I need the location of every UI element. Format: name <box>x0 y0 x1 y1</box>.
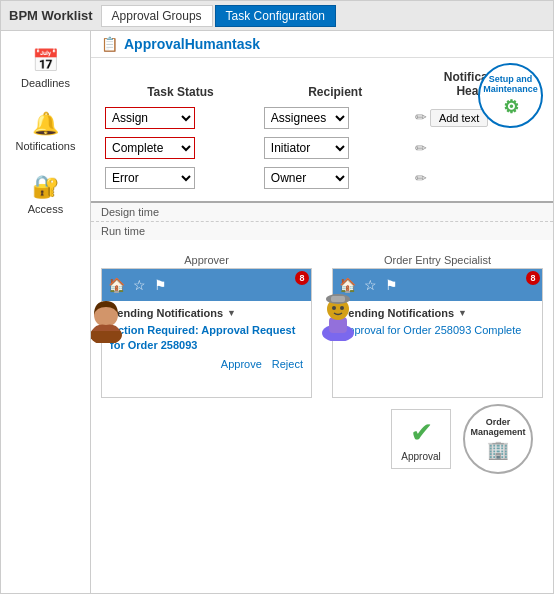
order-number-text: 258093 <box>161 339 198 351</box>
design-time-label: Design time <box>91 203 553 222</box>
deadlines-label: Deadlines <box>21 77 70 89</box>
table-row: Error Assign Complete Owner Assignees In… <box>101 163 543 193</box>
notification-badge-approver: 8 <box>295 271 309 285</box>
status-error-select[interactable]: Error Assign Complete <box>105 167 195 189</box>
approval-complete-text: Approval for Order 258093 Complete <box>341 324 521 336</box>
col-recipient: Recipient <box>260 66 411 103</box>
top-bar: BPM Worklist Approval Groups Task Config… <box>1 1 553 31</box>
notification-badge-specialist: 8 <box>526 271 540 285</box>
recipient-complete-cell: Initiator Assignees Owner <box>260 133 411 163</box>
approver-card-wrapper: Approver <box>101 254 312 398</box>
tab-approval-groups[interactable]: Approval Groups <box>101 5 213 27</box>
tab-task-configuration[interactable]: Task Configuration <box>215 5 336 27</box>
action-required-text: Action Required: Approval Request for Or… <box>110 324 295 351</box>
main-container: BPM Worklist Approval Groups Task Config… <box>0 0 554 594</box>
specialist-role-label: Order Entry Specialist <box>332 254 543 266</box>
approver-card-body: Pending Notifications ▼ Action Required:… <box>102 301 311 376</box>
table-row: Assign Complete Error Assignees Initiato… <box>101 103 543 133</box>
pending-dropdown-icon-2[interactable]: ▼ <box>458 308 467 318</box>
svg-point-5 <box>332 306 336 310</box>
setup-line2: Maintenance <box>483 84 538 94</box>
approver-card: 🏠 ☆ ⚑ 8 Pending Notifications ▼ <box>101 268 312 398</box>
add-text-button[interactable]: Add text <box>430 109 488 127</box>
task-icon: 📋 <box>101 36 118 52</box>
task-title-bar: 📋 ApprovalHumantask <box>91 31 553 58</box>
sidebar: 📅 Deadlines 🔔 Notifications 🔐 Access <box>1 31 91 593</box>
pencil-icon-error[interactable]: ✏ <box>415 170 427 186</box>
star-icon-2[interactable]: ☆ <box>364 277 377 293</box>
sidebar-item-deadlines[interactable]: 📅 Deadlines <box>6 39 86 98</box>
svg-rect-8 <box>331 296 345 302</box>
pencil-icon-complete[interactable]: ✏ <box>415 140 427 156</box>
app-title: BPM Worklist <box>9 8 93 23</box>
specialist-card: 🏠 ☆ ⚑ 8 Pending Notifications ▼ <box>332 268 543 398</box>
run-time-label: Run time <box>91 222 553 240</box>
table-row: Complete Assign Error Initiator Assignee… <box>101 133 543 163</box>
specialist-avatar <box>317 289 359 344</box>
status-complete-select[interactable]: Complete Assign Error <box>105 137 195 159</box>
pencil-icon-assign[interactable]: ✏ <box>415 109 427 125</box>
approval-label: Approval <box>401 451 440 462</box>
approver-card-header: 🏠 ☆ ⚑ 8 <box>102 269 311 301</box>
approver-avatar <box>91 293 126 346</box>
status-complete-cell: Complete Assign Error <box>101 133 260 163</box>
worklist-cards: Approver <box>101 254 543 398</box>
specialist-card-content: Approval for Order 258093 Complete <box>341 323 534 338</box>
gear-icon: ⚙ <box>503 96 519 118</box>
task-title: ApprovalHumantask <box>124 36 260 52</box>
setup-line1: Setup and <box>489 74 533 84</box>
pending-header-approver: Pending Notifications ▼ <box>110 307 303 319</box>
sidebar-item-access[interactable]: 🔐 Access <box>6 165 86 224</box>
specialist-card-body: Pending Notifications ▼ Approval for Ord… <box>333 301 542 344</box>
status-error-cell: Error Assign Complete <box>101 163 260 193</box>
approval-box[interactable]: ✔ Approval <box>391 409 451 469</box>
specialist-card-wrapper: Order Entry Specialist <box>332 254 543 398</box>
flag-icon-2[interactable]: ⚑ <box>385 277 398 293</box>
checkmark-icon: ✔ <box>410 416 433 449</box>
recipient-assign-select[interactable]: Assignees Initiator Owner <box>264 107 349 129</box>
order-mgmt-line1: Order <box>486 417 511 427</box>
svg-point-6 <box>340 306 344 310</box>
notifications-table: Task Status Recipient NotificationHeader… <box>101 66 543 193</box>
approver-card-content: Action Required: Approval Request for Or… <box>110 323 303 354</box>
reject-button[interactable]: Reject <box>272 358 303 370</box>
access-icon: 🔐 <box>32 174 59 200</box>
action-buttons: Approve Reject <box>110 358 303 370</box>
config-section: Setup and Maintenance ⚙ Task Status Reci… <box>91 58 553 203</box>
col-task-status: Task Status <box>101 66 260 103</box>
approver-role-label: Approver <box>101 254 312 266</box>
recipient-error-select[interactable]: Owner Assignees Initiator <box>264 167 349 189</box>
notifications-label: Notifications <box>16 140 76 152</box>
specialist-card-header: 🏠 ☆ ⚑ 8 <box>333 269 542 301</box>
pending-dropdown-icon[interactable]: ▼ <box>227 308 236 318</box>
recipient-error-cell: Owner Assignees Initiator <box>260 163 411 193</box>
pending-label-approver: Pending Notifications <box>110 307 223 319</box>
content-area: 📋 ApprovalHumantask Setup and Maintenanc… <box>91 31 553 593</box>
status-assign-cell: Assign Complete Error <box>101 103 260 133</box>
pending-header-specialist: Pending Notifications ▼ <box>341 307 534 319</box>
home-icon[interactable]: 🏠 <box>108 277 125 293</box>
notif-header-error-cell: ✏ <box>411 163 543 193</box>
access-label: Access <box>28 203 63 215</box>
star-icon[interactable]: ☆ <box>133 277 146 293</box>
status-assign-select[interactable]: Assign Complete Error <box>105 107 195 129</box>
building-icon: 🏢 <box>487 439 509 461</box>
notif-header-complete-cell: ✏ <box>411 133 543 163</box>
approve-button[interactable]: Approve <box>221 358 262 370</box>
deadlines-icon: 📅 <box>32 48 59 74</box>
sidebar-item-notifications[interactable]: 🔔 Notifications <box>6 102 86 161</box>
flag-icon[interactable]: ⚑ <box>154 277 167 293</box>
recipient-complete-select[interactable]: Initiator Assignees Owner <box>264 137 349 159</box>
main-layout: 📅 Deadlines 🔔 Notifications 🔐 Access 📋 A… <box>1 31 553 593</box>
recipient-assign-cell: Assignees Initiator Owner <box>260 103 411 133</box>
bottom-row: ✔ Approval Order Management 🏢 <box>101 398 543 480</box>
setup-maintenance-button[interactable]: Setup and Maintenance ⚙ <box>478 63 543 128</box>
order-mgmt-line2: Management <box>470 427 525 437</box>
notifications-icon: 🔔 <box>32 111 59 137</box>
runtime-section: Approver <box>91 240 553 593</box>
order-management-circle[interactable]: Order Management 🏢 <box>463 404 533 474</box>
